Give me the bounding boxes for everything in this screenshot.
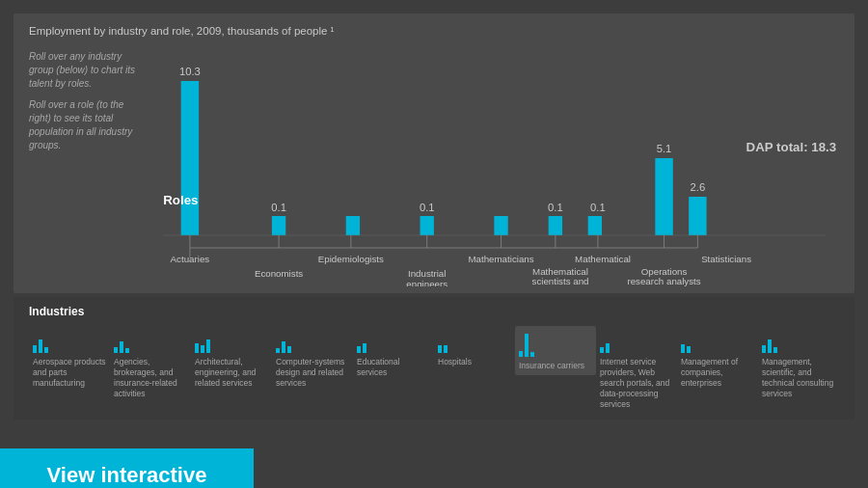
mini-chart-management <box>681 326 691 353</box>
svg-text:Roles: Roles <box>163 193 198 207</box>
mini-chart-management-sci <box>762 326 777 353</box>
bar-operations[interactable] <box>655 158 672 235</box>
industries-title: Industries <box>29 305 839 318</box>
svg-text:Mathematicians: Mathematicians <box>468 254 533 264</box>
bar-math-sci[interactable] <box>549 216 562 235</box>
svg-text:Industrial: Industrial <box>408 268 446 279</box>
bar-statisticians[interactable] <box>689 197 706 235</box>
industry-label-agencies: Agencies, brokerages, and insurance-rela… <box>114 357 187 399</box>
main-container: Employment by industry and role, 2009, t… <box>0 14 868 488</box>
mini-chart-architectural <box>195 326 210 353</box>
mini-chart-hospitals <box>438 326 448 353</box>
mini-chart-educational <box>357 326 366 353</box>
svg-text:scientists and: scientists and <box>532 276 589 286</box>
industry-label-educational: Educational services <box>357 357 430 378</box>
view-interactive-label: View interactive <box>47 463 207 488</box>
industry-item-computer[interactable]: Computer-systems design and related serv… <box>272 326 353 389</box>
industry-label-insurance: Insurance carriers <box>519 361 584 371</box>
svg-text:5.1: 5.1 <box>657 143 672 154</box>
industry-item-agencies[interactable]: Agencies, brokerages, and insurance-rela… <box>110 326 191 399</box>
bar-actuaries[interactable] <box>181 81 199 235</box>
svg-text:DAP total: 18.3: DAP total: 18.3 <box>746 140 837 154</box>
industry-item-aerospace[interactable]: Aerospace products and parts manufacturi… <box>29 326 110 389</box>
view-interactive-button[interactable]: View interactive <box>0 448 254 488</box>
mini-chart-internet <box>600 326 610 353</box>
svg-text:Actuaries: Actuaries <box>171 254 210 264</box>
industry-label-management-sci: Management, scientific, and technical co… <box>762 357 835 399</box>
industry-label-computer: Computer-systems design and related serv… <box>276 357 349 389</box>
bar-math-tech[interactable] <box>588 216 602 235</box>
svg-text:Epidemiologists: Epidemiologists <box>318 254 384 264</box>
bar-mathematicians[interactable] <box>494 216 507 235</box>
industry-item-management[interactable]: Management of companies, enterprises <box>677 326 758 389</box>
svg-text:research analysts: research analysts <box>627 276 700 286</box>
industries-grid: Aerospace products and parts manufacturi… <box>29 326 839 410</box>
mini-chart-computer <box>276 326 291 353</box>
bar-industrial[interactable] <box>420 216 434 235</box>
svg-text:Mathematical: Mathematical <box>575 254 631 264</box>
mini-chart-agencies <box>114 326 129 353</box>
chart-svg: 10.3 0.1 0.1 0.1 0.1 5.1 2.6 <box>153 41 845 286</box>
svg-text:2.6: 2.6 <box>691 181 706 193</box>
industry-label-aerospace: Aerospace products and parts manufacturi… <box>33 357 106 389</box>
svg-text:0.1: 0.1 <box>548 202 563 213</box>
industries-section: Industries Aerospace products and parts … <box>14 297 854 420</box>
industry-item-hospitals[interactable]: Hospitals <box>434 326 515 367</box>
svg-text:0.1: 0.1 <box>420 202 435 213</box>
industry-label-hospitals: Hospitals <box>438 357 472 367</box>
svg-text:Economists: Economists <box>255 268 303 279</box>
mini-chart-aerospace <box>33 326 48 353</box>
mini-chart-insurance <box>519 330 534 357</box>
svg-text:0.1: 0.1 <box>271 202 286 213</box>
industry-label-internet: Internet service providers, Web search p… <box>600 357 673 410</box>
svg-text:Statisticians: Statisticians <box>701 254 751 264</box>
svg-text:engineers: engineers <box>406 279 448 286</box>
industry-item-management-sci[interactable]: Management, scientific, and technical co… <box>758 326 839 399</box>
bar-epidemiologists[interactable] <box>346 216 360 235</box>
svg-text:10.3: 10.3 <box>179 66 201 77</box>
bar-economists[interactable] <box>272 216 285 235</box>
svg-text:0.1: 0.1 <box>590 202 606 213</box>
chart-panel: Employment by industry and role, 2009, t… <box>14 14 854 293</box>
industry-label-architectural: Architectural, engineering, and related … <box>195 357 268 389</box>
industry-item-internet[interactable]: Internet service providers, Web search p… <box>596 326 677 410</box>
chart-title: Employment by industry and role, 2009, t… <box>29 25 839 37</box>
industry-item-insurance[interactable]: Insurance carriers <box>515 326 596 375</box>
chart-instructions: Roll over any industry group (below) to … <box>29 50 145 160</box>
industry-item-architectural[interactable]: Architectural, engineering, and related … <box>191 326 272 389</box>
industry-item-educational[interactable]: Educational services <box>353 326 434 378</box>
industry-label-management: Management of companies, enterprises <box>681 357 754 389</box>
